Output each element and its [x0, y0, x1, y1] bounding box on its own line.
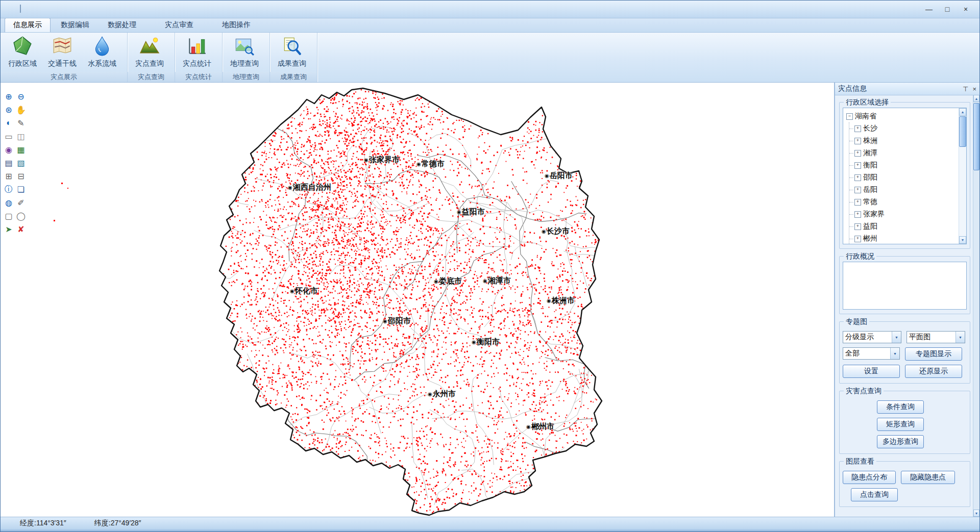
delete-tool[interactable]: ✘ — [15, 222, 27, 236]
display-mode-select[interactable]: 分级显示 ▼ — [843, 331, 901, 343]
tree-node[interactable]: +株洲 — [849, 135, 959, 147]
panel-header: 灾点信息 ⊤ × — [835, 83, 979, 95]
pointer-tool[interactable]: ➤ — [3, 222, 15, 236]
maximize-button[interactable]: □ — [940, 4, 955, 15]
ribbon-group-disaster-display: 行政区域 交通干线 水系流域 灾点展示 — [1, 33, 128, 82]
tab-map-operate[interactable]: 地图操作 — [214, 18, 259, 32]
circle-shape-tool[interactable]: ◯ — [15, 209, 27, 222]
tree-node[interactable]: +岳阳 — [849, 184, 959, 196]
traffic-lines-button[interactable]: 交通干线 — [42, 34, 82, 72]
disaster-query-group: 灾害点查询 条件查询 矩形查询 多边形查询 — [839, 391, 970, 454]
tree-node[interactable]: +湘潭 — [849, 147, 959, 159]
folded-map-icon — [52, 35, 73, 59]
filter-select[interactable]: 全部 ▼ — [843, 347, 900, 360]
ribbon-group-label: 灾点统计 — [175, 72, 222, 82]
select-rect-tool[interactable]: ▭ — [3, 130, 15, 143]
hide-hazard-button[interactable]: 隐藏隐患点 — [901, 471, 955, 484]
tree-collapse-icon[interactable]: − — [846, 113, 853, 120]
admin-region-button[interactable]: 行政区域 — [3, 34, 42, 72]
rectangle-query-button[interactable]: 矩形查询 — [877, 418, 924, 431]
layers-tool[interactable]: ❏ — [15, 183, 27, 196]
overview-group-label: 行政概况 — [844, 252, 876, 261]
print-preview-tool[interactable]: ⊟ — [15, 169, 27, 183]
tree-expand-icon[interactable]: + — [854, 125, 861, 132]
scroll-up-icon[interactable]: ▲ — [959, 108, 966, 116]
ribbon: 行政区域 交通干线 水系流域 灾点展示 — [1, 33, 979, 83]
zoom-out-tool[interactable]: ⊖ — [15, 90, 27, 103]
tree-node[interactable]: +衡阳 — [849, 159, 959, 171]
hazard-distribution-button[interactable]: 隐患点分布 — [843, 471, 896, 484]
settings-button[interactable]: 设置 — [843, 365, 900, 378]
panel-close-icon[interactable]: × — [972, 85, 976, 93]
image-export-tool[interactable]: ▧ — [15, 156, 27, 169]
tree-expand-icon[interactable]: + — [854, 236, 861, 242]
tree-expand-icon[interactable]: + — [854, 150, 861, 157]
reset-display-button[interactable]: 还原显示 — [905, 365, 962, 378]
tree-root-node[interactable]: − 湖南省 — [846, 110, 959, 122]
tree-expand-icon[interactable]: + — [854, 211, 861, 218]
zoom-in-tool[interactable]: ⊕ — [3, 90, 15, 103]
tree-expand-icon[interactable]: + — [854, 174, 861, 181]
scroll-down-icon[interactable]: ▼ — [959, 236, 966, 244]
click-query-button[interactable]: 点击查询 — [851, 488, 898, 501]
info-tool[interactable]: ⓘ — [3, 183, 15, 196]
chevron-down-icon[interactable]: ▼ — [890, 348, 899, 359]
identify-eye-tool[interactable]: ◉ — [3, 143, 15, 156]
tree-expand-icon[interactable]: + — [854, 199, 861, 206]
map-type-select[interactable]: 平面图 ▼ — [906, 331, 965, 343]
tab-info-display[interactable]: 信息展示 — [5, 18, 51, 32]
window-controls: — □ × — [921, 4, 979, 15]
tree-expand-icon[interactable]: + — [854, 162, 861, 169]
region-tree[interactable]: − 湖南省 +长沙+株洲+湘潭+衡阳+邵阳+岳阳+常德+张家界+益阳+郴州 ▲ … — [843, 108, 967, 244]
tree-expand-icon[interactable]: + — [854, 187, 861, 193]
draw-line-tool[interactable]: ✎ — [15, 116, 27, 130]
water-system-button[interactable]: 水系流域 — [82, 34, 122, 72]
chevron-down-icon[interactable]: ▼ — [955, 332, 965, 343]
pin-icon[interactable]: ⊤ — [963, 85, 968, 93]
disaster-query-button[interactable]: 灾点查询 — [130, 34, 169, 72]
tree-node[interactable]: +邵阳 — [849, 171, 959, 184]
tree-node[interactable]: +长沙 — [849, 122, 959, 135]
tab-data-process[interactable]: 数据处理 — [100, 18, 144, 32]
chevron-down-icon[interactable]: ▼ — [892, 332, 901, 343]
tree-node[interactable]: +常德 — [849, 196, 959, 208]
thematic-show-button[interactable]: 专题图显示 — [905, 347, 962, 361]
quick-access-mark — [20, 5, 21, 13]
tab-data-edit[interactable]: 数据编辑 — [53, 18, 97, 32]
tree-scrollbar[interactable]: ▲ ▼ — [959, 108, 966, 244]
eraser-tool[interactable]: ◫ — [15, 130, 27, 143]
minimize-button[interactable]: — — [921, 4, 937, 15]
tree-expand-icon[interactable]: + — [854, 223, 861, 230]
attribute-table-tool[interactable]: ▦ — [15, 143, 27, 156]
water-drop-icon — [91, 35, 113, 59]
disaster-info-panel: 灾点信息 ⊤ × 行政区域选择 − 湖南省 +长沙+株洲+湘潭+衡阳+邵阳+岳阳… — [834, 83, 979, 517]
pan-hand-tool[interactable]: ✋ — [15, 103, 27, 116]
map-canvas[interactable]: ◉张家界市◉常德市◉岳阳市◉湘西自治州◉益阳市◉长沙市◉娄底市◉湘潭市◉怀化市◉… — [1, 83, 834, 517]
overview-textbox[interactable] — [843, 262, 967, 310]
tree-expand-icon[interactable]: + — [854, 138, 861, 144]
condition-query-button[interactable]: 条件查询 — [877, 400, 924, 414]
tree-node[interactable]: +郴州 — [849, 233, 959, 244]
polygon-query-button[interactable]: 多边形查询 — [877, 435, 924, 448]
result-query-button[interactable]: 成果查询 — [272, 34, 312, 72]
thematic-group: 专题图 分级显示 ▼ 平面图 ▼ 全部 ▼ 专题图 — [839, 321, 970, 384]
zoom-extent-tool[interactable]: ⊛ — [3, 103, 15, 116]
geo-query-button[interactable]: 地理查询 — [225, 34, 264, 72]
document-tool[interactable]: ▤ — [3, 156, 15, 169]
tab-disaster-review[interactable]: 灾点审查 — [157, 18, 202, 32]
disaster-stats-button[interactable]: 灾点统计 — [177, 34, 217, 72]
tree-node-label: 衡阳 — [863, 161, 877, 170]
scroll-thumb[interactable] — [959, 116, 966, 147]
globe-tool[interactable]: ◐ — [3, 116, 15, 130]
rect-shape-tool[interactable]: ▢ — [3, 209, 15, 222]
tree-node[interactable]: +益阳 — [849, 220, 959, 233]
scroll-down-icon[interactable]: ▼ — [973, 510, 979, 517]
scroll-up-icon[interactable]: ▲ — [973, 95, 979, 102]
scroll-thumb[interactable] — [973, 103, 979, 170]
measure-tool[interactable]: ✐ — [15, 196, 27, 209]
print-tool[interactable]: ⊞ — [3, 169, 15, 183]
panel-scrollbar[interactable]: ▲ ▼ — [973, 95, 979, 517]
world-tool[interactable]: ◍ — [3, 196, 15, 209]
tree-node[interactable]: +张家界 — [849, 208, 959, 220]
close-button[interactable]: × — [958, 4, 973, 15]
